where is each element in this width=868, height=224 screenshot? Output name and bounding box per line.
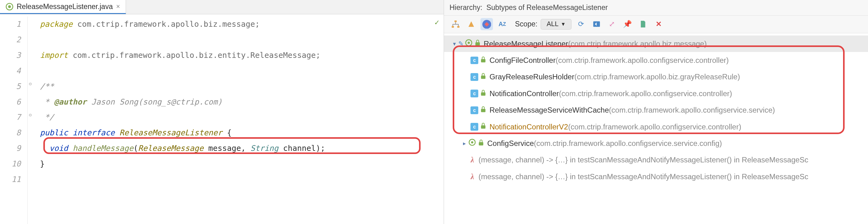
line-number-gutter: 1234567891011 <box>0 16 28 224</box>
class-hierarchy-icon[interactable] <box>450 18 462 30</box>
autoscroll-icon[interactable] <box>590 18 603 30</box>
tree-row[interactable]: λ(message, channel) -> {…} in testScanMe… <box>444 168 868 185</box>
lock-icon <box>480 73 486 81</box>
item-name: ReleaseMessageServiceWithCache <box>490 106 609 114</box>
line-number: 2 <box>0 32 21 48</box>
editor-pane: ReleaseMessageListener.java × 1234567891… <box>0 0 444 224</box>
scope-label: Scope: <box>515 20 537 28</box>
item-package: (com.ctrip.framework.apollo.configservic… <box>559 89 732 98</box>
gutter-marks: ⊖ ⊖ <box>28 16 35 224</box>
analysis-ok-icon: ✓ <box>435 18 439 27</box>
item-name: NotificationControllerV2 <box>490 122 568 131</box>
svg-point-8 <box>468 42 470 44</box>
editor-body[interactable]: 1234567891011 ⊖ ⊖ package com.ctrip.fram… <box>0 14 444 224</box>
scope-value: ALL <box>547 20 558 28</box>
expand-icon[interactable]: ⤢ <box>606 18 618 30</box>
svg-rect-17 <box>479 142 483 146</box>
fold-icon[interactable]: ⊖ <box>29 81 32 87</box>
class-icon: c <box>470 73 478 81</box>
lock-icon <box>480 56 486 64</box>
twisty-icon[interactable]: ▸ <box>461 140 468 147</box>
item-name: ConfigService <box>487 139 534 148</box>
tree-row[interactable]: cConfigFileController (com.ctrip.framewo… <box>444 52 868 69</box>
class-icon: c <box>470 106 478 114</box>
line-number: 1 <box>0 16 21 32</box>
tree-row[interactable]: λ(message, channel) -> {…} in testScanMe… <box>444 152 868 168</box>
item-package: (com.ctrip.framework.apollo.biz.message) <box>568 39 707 48</box>
tree-row[interactable]: ▾✎ReleaseMessageListener (com.ctrip.fram… <box>444 35 868 52</box>
editor-tab[interactable]: ReleaseMessageListener.java × <box>0 0 126 14</box>
svg-rect-2 <box>455 20 457 22</box>
tab-bar: ReleaseMessageListener.java × <box>0 0 444 14</box>
code-line[interactable]: package com.ctrip.framework.apollo.biz.m… <box>40 16 444 32</box>
line-number: 4 <box>0 63 21 79</box>
item-package: (com.ctrip.framework.apollo.configservic… <box>609 106 775 114</box>
lock-icon <box>475 39 480 48</box>
close-hierarchy-icon[interactable]: ✕ <box>653 18 665 30</box>
svg-rect-3 <box>452 26 454 27</box>
lock-icon <box>480 89 486 98</box>
hierarchy-tree: ▾✎ReleaseMessageListener (com.ctrip.fram… <box>444 33 868 224</box>
item-name: (message, channel) -> {…} in testScanMes… <box>478 172 808 181</box>
tab-filename: ReleaseMessageListener.java <box>17 2 113 11</box>
item-name: (message, channel) -> {…} in testScanMes… <box>478 155 808 164</box>
code-area[interactable]: package com.ctrip.framework.apollo.biz.m… <box>35 16 444 224</box>
item-package: (com.ctrip.framework.apollo.configservic… <box>556 56 728 65</box>
code-line[interactable]: public interface ReleaseMessageListener … <box>40 125 444 141</box>
item-package: (com.ctrip.framework.apollo.configservic… <box>534 139 722 148</box>
interface-icon <box>468 139 476 148</box>
line-number: 3 <box>0 48 21 63</box>
line-number: 7 <box>0 110 21 125</box>
svg-rect-11 <box>481 76 486 79</box>
java-interface-icon <box>6 3 13 10</box>
close-icon[interactable]: × <box>116 3 120 10</box>
hierarchy-pane: Hierarchy: Subtypes of ReleaseMessageLis… <box>444 0 868 224</box>
code-line[interactable]: /** <box>40 79 444 94</box>
edit-icon: ✎ <box>458 40 464 47</box>
hierarchy-title: Subtypes of ReleaseMessageListener <box>486 3 608 12</box>
refresh-icon[interactable]: ⟳ <box>575 18 587 30</box>
code-line[interactable] <box>40 63 444 79</box>
code-line[interactable] <box>40 32 444 48</box>
class-icon: c <box>470 89 478 98</box>
export-icon[interactable] <box>637 18 649 30</box>
twisty-icon[interactable]: ▾ <box>451 40 458 47</box>
lock-icon <box>480 122 486 130</box>
pin-icon[interactable]: 📌 <box>621 18 633 30</box>
item-name: ReleaseMessageListener <box>484 39 568 48</box>
code-line[interactable] <box>40 172 444 187</box>
svg-rect-14 <box>481 125 486 129</box>
code-line[interactable]: } <box>40 156 444 172</box>
code-line[interactable]: void handleMessage(ReleaseMessage messag… <box>40 141 444 156</box>
svg-rect-12 <box>481 92 486 96</box>
class-icon: c <box>470 123 478 130</box>
chevron-down-icon: ▼ <box>561 21 565 27</box>
line-number: 6 <box>0 94 21 110</box>
code-line[interactable]: import com.ctrip.framework.apollo.biz.en… <box>40 48 444 63</box>
supertypes-icon[interactable] <box>465 18 477 30</box>
item-package: (com.ctrip.framework.apollo.biz.grayRele… <box>574 73 740 81</box>
tree-row[interactable]: cReleaseMessageServiceWithCache (com.ctr… <box>444 102 868 118</box>
code-line[interactable]: */ <box>40 110 444 125</box>
svg-rect-10 <box>481 59 486 63</box>
code-line[interactable]: * @author Jason Song(song_s@ctrip.com) <box>40 94 444 110</box>
svg-point-16 <box>471 141 473 143</box>
class-icon: c <box>470 57 478 64</box>
item-package: (com.ctrip.framework.apollo.configservic… <box>568 122 741 131</box>
lock-icon <box>480 106 486 114</box>
lambda-icon: λ <box>470 172 474 181</box>
interface-icon <box>465 39 473 48</box>
hierarchy-toolbar: AZ Scope: ALL ▼ ⟳ ⤢ 📌 ✕ <box>444 15 868 33</box>
subtypes-icon[interactable] <box>480 18 493 30</box>
tree-row[interactable]: ▸ConfigService (com.ctrip.framework.apol… <box>444 135 868 151</box>
hierarchy-header: Hierarchy: Subtypes of ReleaseMessageLis… <box>444 0 868 15</box>
tree-row[interactable]: cGrayReleaseRulesHolder (com.ctrip.frame… <box>444 69 868 85</box>
lock-icon <box>478 139 484 147</box>
line-number: 5 <box>0 79 21 94</box>
sort-alpha-icon[interactable]: AZ <box>496 18 508 30</box>
tree-row[interactable]: cNotificationControllerV2 (com.ctrip.fra… <box>444 118 868 135</box>
tree-row[interactable]: cNotificationController (com.ctrip.frame… <box>444 85 868 102</box>
scope-selector[interactable]: ALL ▼ <box>540 19 571 30</box>
line-number: 10 <box>0 156 21 172</box>
fold-icon[interactable]: ⊖ <box>29 112 32 118</box>
